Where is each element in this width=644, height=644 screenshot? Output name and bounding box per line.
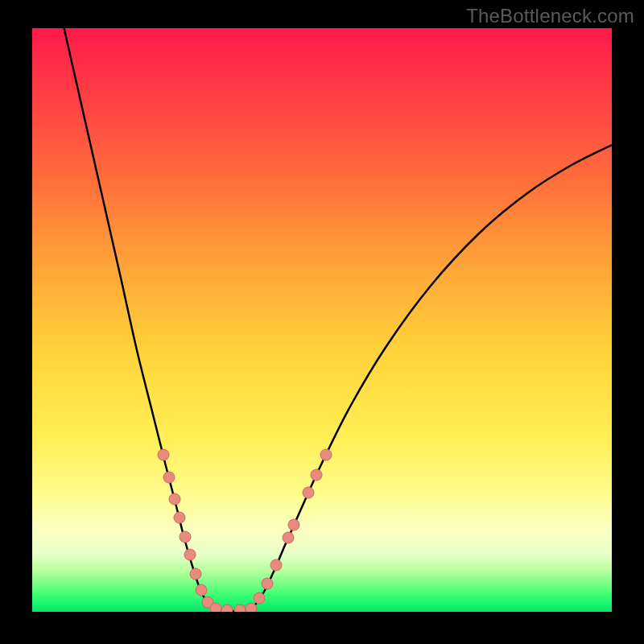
watermark-text: TheBottleneck.com [466,5,634,27]
marker-dot [158,449,169,460]
marker-dot [234,605,246,612]
marker-dot [262,578,273,589]
marker-dot [320,449,332,460]
marker-dot [221,605,233,612]
plot-area [32,28,612,612]
figure-stage: TheBottleneck.com [0,0,644,644]
markers-layer [158,449,332,612]
marker-dot [184,549,196,560]
marker-dot [270,559,282,571]
curve-svg [32,28,612,612]
marker-dot [311,469,322,481]
marker-dot [303,487,314,498]
marker-dot [246,603,257,612]
v-curve [60,28,612,611]
marker-dot [283,532,294,543]
marker-dot [169,493,180,505]
marker-dot [174,512,185,523]
left-curve-path [60,28,217,609]
marker-dot [210,603,221,612]
marker-dot [163,472,175,483]
marker-dot [196,584,207,596]
marker-dot [288,519,299,530]
marker-dot [254,592,265,604]
marker-dot [190,568,201,580]
right-curve-path [250,145,612,609]
marker-dot [180,531,191,543]
